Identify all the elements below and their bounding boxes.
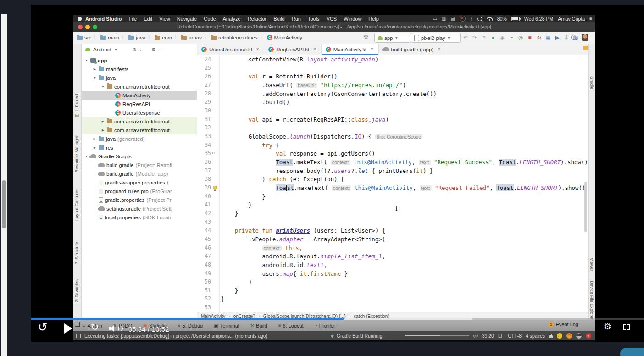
bluetooth-icon[interactable]: ᛒ (470, 17, 473, 21)
menu-item-build[interactable]: Build (273, 16, 284, 22)
tab-build-gradle---app-[interactable]: build.gradle (:app)✕ (379, 44, 446, 55)
tree-item-local.properties[interactable]: local.properties (SDK Locati (82, 213, 197, 222)
tree-item-gradle-wrapper.properties[interactable]: gradle-wrapper.properties ( (82, 178, 197, 187)
tree-item-build.gradle[interactable]: build.gradle (Project: Retrofi (82, 161, 197, 169)
device-manager-icon[interactable]: ▦ (545, 35, 551, 40)
code-area[interactable]: I 24 setContentView(R.layout.activity_ma… (197, 55, 588, 312)
editor-scrollbar-thumb[interactable] (584, 182, 587, 232)
indent-setting[interactable]: 4 spaces (526, 333, 545, 339)
menu-item-file[interactable]: File (128, 16, 137, 22)
debug-bug-icon[interactable]: ● (490, 35, 496, 40)
cancel-task-icon[interactable]: ✕ (473, 334, 478, 338)
page-scrollbar-thumb[interactable] (2, 180, 6, 228)
tab-close-icon[interactable]: ✕ (312, 46, 316, 52)
tool-build[interactable]: ⚒Build (250, 323, 267, 328)
menu-item-run[interactable]: Run (292, 16, 301, 22)
video-player[interactable]: Android StudioFileEditViewNavigateCodeAn… (31, 5, 644, 342)
locate-file-icon[interactable]: ⊕ (133, 47, 137, 53)
tab-close-icon[interactable]: ✕ (437, 46, 441, 52)
line-separator[interactable]: LF (498, 333, 504, 339)
tab-mainactivity-kt[interactable]: CMainActivity.kt✕ (322, 44, 379, 55)
replay-button[interactable]: ↺ (38, 320, 48, 334)
tree-expand-arrow[interactable]: ▼ (84, 59, 89, 62)
tool-window-switcher-icon[interactable] (75, 322, 80, 327)
status-message[interactable]: Executing tasks: [:app:assembleDebug] in… (84, 333, 267, 339)
device-select[interactable]: pixel2-play ▼ (411, 33, 461, 43)
tree-item-manifests[interactable]: ▶manifests (82, 65, 197, 73)
profiler-gauge-icon[interactable]: ◔ (508, 35, 515, 40)
search-everywhere-icon[interactable] (571, 35, 576, 40)
event-log-button[interactable]: 1 Event Log (548, 322, 578, 327)
menu-clock[interactable]: Wed 6:28 PM (524, 16, 553, 22)
breadcrumb-item-main[interactable]: main (100, 35, 119, 40)
tree-item-ReqResAPI[interactable]: CReqResAPI (82, 100, 197, 108)
tool-strip-gradle[interactable]: Gradle (589, 76, 594, 98)
reload-button[interactable]: ↻ (91, 322, 99, 333)
avatar[interactable] (582, 34, 588, 41)
tool-terminal[interactable]: ▣Terminal (214, 323, 239, 328)
tree-item-gradle.properties[interactable]: gradle.properties (Project Pr (82, 195, 197, 204)
menu-item-android-studio[interactable]: Android Studio (85, 16, 122, 22)
happy-face-icon[interactable]: ◡ (557, 333, 562, 339)
tree-item-java[interactable]: ▶java (generated) (82, 134, 197, 143)
tab-close-icon[interactable]: ✕ (370, 46, 374, 52)
tool-strip----structure[interactable]: 7: Structure (74, 227, 79, 264)
breadcrumb-item-java[interactable]: java (128, 35, 145, 40)
volume-button[interactable] (109, 325, 121, 332)
tool-logcat[interactable]: ≡6: Logcat (278, 323, 304, 328)
tool-strip-viewer[interactable]: Viewer (589, 258, 594, 279)
tab-close-icon[interactable]: ✕ (255, 46, 260, 52)
tab-usersresponse-kt[interactable]: CUsersResponse.kt✕ (197, 44, 264, 55)
forward-icon[interactable]: ↷ (472, 35, 478, 40)
menu-item-code[interactable]: Code (204, 16, 216, 22)
tree-item-MainActivity[interactable]: CMainActivity (82, 91, 197, 100)
tool-strip----favorites[interactable]: 2: Favorites (74, 266, 79, 302)
tree-expand-arrow[interactable]: ▶ (101, 120, 105, 123)
file-encoding[interactable]: UTF-8 (508, 333, 522, 339)
tree-item-com.arnav.retrofitcorout[interactable]: ▶com.arnav.retrofitcorout (82, 117, 197, 126)
menu-item-analyze[interactable]: Analyze (223, 16, 241, 22)
gear-icon[interactable]: ⚙ (151, 47, 156, 53)
tree-expand-arrow[interactable]: ▶ (101, 128, 105, 132)
mission-control-icon[interactable]: ▤ (450, 17, 455, 21)
breadcrumb-item-retrofitcoroutines[interactable]: retrofitcoroutines (211, 35, 258, 40)
menu-item-edit[interactable]: Edit (144, 16, 152, 22)
attach-debugger-icon[interactable]: ◎ (517, 35, 524, 40)
toolwindow-toggle-icon[interactable] (76, 334, 81, 338)
menu-item-window[interactable]: Window (344, 16, 361, 22)
tree-item-Gradle Scripts[interactable]: ▼Gradle Scripts (82, 152, 197, 161)
menu-user[interactable]: Arnav Gupta (558, 16, 585, 22)
breadcrumb-item-arnav[interactable]: arnav (181, 35, 202, 40)
menu-item-refactor[interactable]: Refactor (248, 16, 267, 22)
breadcrumb-item-MainActivity[interactable]: CMainActivity (267, 35, 302, 40)
sdk-manager-icon[interactable]: ⇩ (563, 35, 570, 40)
tree-item-com.arnav.retrofitcorout[interactable]: ▶com.arnav.retrofitcorout (82, 126, 197, 134)
run-coverage-icon[interactable]: ◈ (499, 35, 505, 40)
inspection-status-square[interactable] (583, 46, 588, 50)
hide-panel-icon[interactable]: — (159, 47, 164, 52)
video-progress-track[interactable] (31, 318, 644, 320)
tree-item-settings.gradle[interactable]: settings.gradle (Project Sett (82, 204, 197, 213)
video-settings-gear-icon[interactable]: ⚙ (604, 321, 611, 332)
tree-expand-arrow[interactable]: ▶ (93, 137, 97, 141)
menu-item-view[interactable]: View (159, 16, 170, 22)
page-scrollbar-track[interactable] (1, 14, 7, 356)
breadcrumb-item-com[interactable]: com (155, 35, 172, 40)
tool-strip-layout-captures[interactable]: Layout Captures (74, 174, 79, 221)
corner-action-button[interactable] (620, 348, 644, 356)
tree-item-UsersResponse[interactable]: CUsersResponse (82, 108, 197, 117)
menu-item-help[interactable]: Help (368, 16, 379, 22)
tree-item-proguard-rules.pro[interactable]: proguard-rules.pro (ProGuar (82, 187, 197, 195)
lock-icon[interactable] (549, 335, 553, 338)
collapse-all-icon[interactable]: ÷ (139, 47, 142, 52)
tree-expand-arrow[interactable]: ▼ (84, 155, 89, 158)
error-badge[interactable]: ! (586, 333, 591, 339)
tool-strip----project[interactable]: 1: Project (74, 83, 79, 112)
tree-item-java[interactable]: ▼java (82, 73, 197, 82)
window-layout-icon[interactable]: ▥ (442, 17, 446, 21)
menu-item-navigate[interactable]: Navigate (177, 16, 197, 22)
tab-reqresapi-kt[interactable]: CReqResAPI.kt✕ (264, 44, 321, 55)
tree-expand-arrow[interactable]: ▼ (93, 76, 97, 79)
menu-item-vcs[interactable]: VCS (327, 16, 337, 22)
caret-position[interactable]: 39:20 (482, 333, 494, 339)
